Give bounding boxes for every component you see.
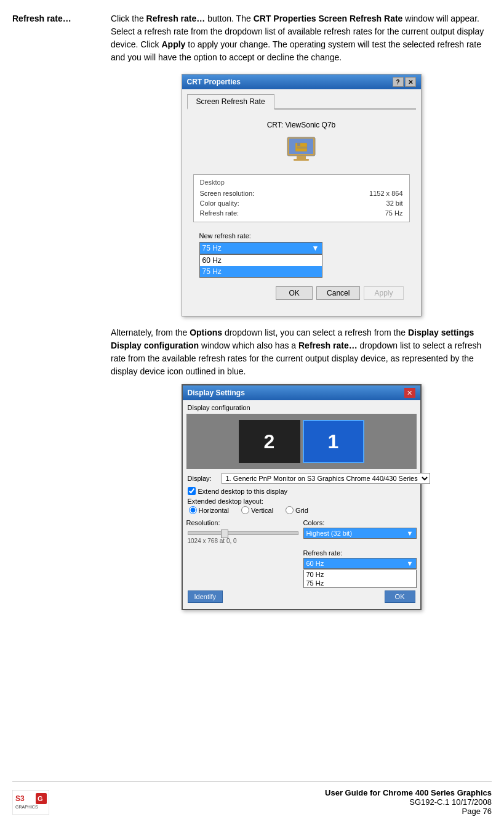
refresh-option-70hz[interactable]: 70 Hz <box>304 570 416 579</box>
radio-grid-label: Grid <box>295 507 308 514</box>
crt-dialog-body: Screen Refresh Rate CRT: ViewSonic Q7b <box>182 89 421 316</box>
crt-title: CRT Properties <box>187 78 241 86</box>
tab-bar: Screen Refresh Rate <box>187 94 416 110</box>
refresh-rate-row: Refresh rate: 75 Hz <box>200 208 403 218</box>
new-refresh-label: New refresh rate: <box>199 232 404 240</box>
resolution-value: 1024 x 768 at 0, 0 <box>188 538 298 544</box>
svg-rect-7 <box>297 148 307 149</box>
footer-page: Page 76 <box>325 807 492 816</box>
display-settings-dialog: Display Settings ✕ Display configuration… <box>182 384 422 610</box>
desc-column: Click the Refresh rate… button. The CRT … <box>111 12 492 616</box>
bold-options: Options <box>190 328 222 337</box>
monitor-block-1: 1 <box>303 420 364 463</box>
radio-vertical-input[interactable] <box>241 506 249 514</box>
resolution-slider-container: 1024 x 768 at 0, 0 <box>186 528 300 546</box>
bold-crt-props: CRT Properties Screen Refresh Rate <box>254 14 403 23</box>
resolution-column: Resolution: 1024 x 768 at 0, 0 <box>186 519 300 546</box>
page-footer: S3 GRAPHICS G User Guide for Chrome 400 … <box>12 781 492 816</box>
radio-horizontal-input[interactable] <box>189 506 197 514</box>
colors-label: Colors: <box>303 519 417 526</box>
monitor-block-2: 2 <box>239 420 300 463</box>
help-button[interactable]: ? <box>393 77 404 87</box>
display-dropdown[interactable]: 1. Generic PnP Monitor on S3 Graphics Ch… <box>222 473 430 484</box>
ds-close-button[interactable]: ✕ <box>404 388 415 398</box>
refresh-right-col: Refresh rate: 60 Hz ▼ 70 Hz 75 Hz <box>303 549 417 588</box>
svg-text:GRAPHICS: GRAPHICS <box>15 805 38 809</box>
radio-horizontal[interactable]: Horizontal <box>189 506 230 514</box>
radio-grid[interactable]: Grid <box>286 506 308 514</box>
monitor-icon-container <box>193 134 410 168</box>
layout-radio-row: Horizontal Vertical Grid <box>188 506 415 514</box>
radio-vertical[interactable]: Vertical <box>241 506 273 514</box>
dropdown-options-list: 60 Hz 75 Hz <box>199 254 322 278</box>
content-row: Refresh rate… Click the Refresh rate… bu… <box>12 12 492 616</box>
radio-grid-input[interactable] <box>286 506 294 514</box>
monitor-icon <box>284 134 318 168</box>
screen-resolution-label: Screen resolution: <box>200 190 255 197</box>
tab-screen-refresh-rate[interactable]: Screen Refresh Rate <box>187 94 274 110</box>
color-quality-value: 32 bit <box>386 199 403 207</box>
dropdown-arrow-icon: ▼ <box>312 244 319 252</box>
extended-layout-section: Extended desktop layout: Horizontal Vert… <box>186 496 417 518</box>
extend-desktop-checkbox[interactable] <box>188 487 196 495</box>
display-config-label: Display configuration <box>186 404 417 411</box>
desktop-section-label: Desktop <box>200 179 403 186</box>
colors-dropdown[interactable]: Highest (32 bit) ▼ <box>303 528 417 539</box>
desktop-info-box: Desktop Screen resolution: 1152 x 864 Co… <box>193 174 410 222</box>
display-label: Display: <box>188 475 222 482</box>
svg-rect-5 <box>297 143 300 146</box>
dropdown-option-75hz[interactable]: 75 Hz <box>200 266 322 277</box>
logo-svg: S3 GRAPHICS G <box>12 790 49 815</box>
svg-text:G: G <box>38 795 43 802</box>
refresh-rate-ds-dropdown[interactable]: 60 Hz ▼ <box>303 558 417 569</box>
dropdown-option-60hz[interactable]: 60 Hz <box>200 255 322 266</box>
apply-button[interactable]: Apply <box>364 286 403 300</box>
crt-dialog-buttons: OK Cancel Apply <box>193 281 410 305</box>
page-container: Refresh rate… Click the Refresh rate… bu… <box>0 0 504 822</box>
extend-desktop-label: Extend desktop to this display <box>198 488 288 495</box>
footer-guide-title: User Guide for Chrome 400 Series Graphic… <box>325 788 492 797</box>
refresh-rate-value: 75 Hz <box>385 209 403 217</box>
color-quality-label: Color quality: <box>200 199 239 207</box>
identify-button[interactable]: Identify <box>188 590 223 603</box>
refresh-rate-label: Refresh rate: <box>200 209 239 217</box>
term-column: Refresh rate… <box>12 12 111 23</box>
refresh-option-75hz[interactable]: 75 Hz <box>304 579 416 587</box>
resolution-label: Resolution: <box>186 519 300 526</box>
colors-column: Colors: Highest (32 bit) ▼ <box>303 519 417 546</box>
cancel-button[interactable]: Cancel <box>316 286 360 300</box>
bold-refresh-rate-1: Refresh rate… <box>146 14 206 23</box>
resolution-slider-thumb[interactable] <box>221 530 228 538</box>
extended-layout-label: Extended desktop layout: <box>188 498 415 505</box>
colors-dropdown-arrow: ▼ <box>407 530 414 537</box>
extend-desktop-row: Extend desktop to this display <box>186 486 417 496</box>
footer-doc-number: SG192-C.1 10/17/2008 <box>325 797 492 807</box>
footer-text: User Guide for Chrome 400 Series Graphic… <box>325 788 492 816</box>
refresh-dropdown-arrow: ▼ <box>407 560 414 567</box>
close-button[interactable]: ✕ <box>405 77 416 87</box>
ds-title: Display Settings <box>188 389 245 397</box>
svg-rect-3 <box>294 159 309 161</box>
radio-vertical-label: Vertical <box>251 507 273 514</box>
color-quality-row: Color quality: 32 bit <box>200 198 403 208</box>
screen-resolution-row: Screen resolution: 1152 x 864 <box>200 188 403 198</box>
screen-resolution-value: 1152 x 864 <box>369 190 402 197</box>
crt-properties-dialog: CRT Properties ? ✕ Screen Refresh Rate C… <box>182 74 422 316</box>
ds-titlebar: Display Settings ✕ <box>183 385 420 400</box>
s3-graphics-logo: S3 GRAPHICS G <box>12 790 49 815</box>
titlebar-buttons: ? ✕ <box>393 77 416 87</box>
two-col-section: Resolution: 1024 x 768 at 0, 0 Colors: <box>186 519 417 546</box>
paragraph-2: Alternately, from the Options dropdown l… <box>111 326 492 378</box>
refresh-rate-dropdown[interactable]: 75 Hz ▼ <box>199 242 322 254</box>
svg-text:S3: S3 <box>15 794 25 803</box>
refresh-options-list: 70 Hz 75 Hz <box>303 570 417 588</box>
resolution-slider-track <box>188 531 298 535</box>
ok-button[interactable]: OK <box>276 286 313 300</box>
radio-horizontal-label: Horizontal <box>199 507 230 514</box>
crt-titlebar: CRT Properties ? ✕ <box>182 75 421 89</box>
ds-ok-button[interactable]: OK <box>385 590 415 603</box>
refresh-selected-value: 60 Hz <box>306 560 324 567</box>
monitor-display-area: 2 1 <box>186 414 417 469</box>
refresh-left-spacer <box>186 549 300 588</box>
bold-display-settings: Display settings Display configuration <box>111 328 474 350</box>
